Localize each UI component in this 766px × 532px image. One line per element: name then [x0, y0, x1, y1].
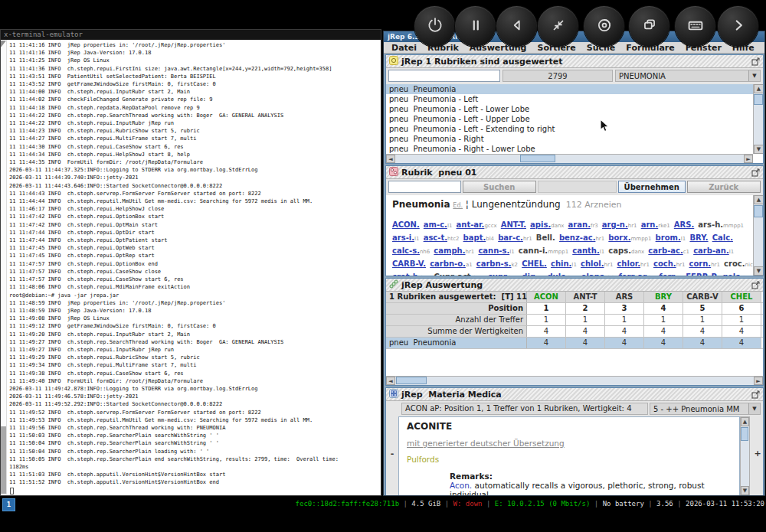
rubrik-list-item[interactable]: pneu Pneumonia - Left - Extending to rig… [386, 124, 753, 134]
uebernehmen-button[interactable]: Übernehmen [618, 181, 686, 193]
mm-vscroll-thumb[interactable] [741, 427, 748, 441]
scroll-down-icon[interactable]: ▼ [741, 486, 749, 495]
rubrik-vscroll-thumb[interactable] [754, 205, 763, 217]
remedy-link[interactable]: borx. [608, 233, 630, 242]
remedy-link[interactable]: ferr-ar. [618, 273, 648, 276]
remedy-link[interactable]: canth. [572, 246, 600, 255]
remedy-link[interactable]: cann-i. [519, 246, 548, 255]
terminal-scrollbar[interactable] [1, 40, 7, 494]
maximize-icon[interactable] [751, 57, 760, 66]
remedy-link[interactable]: ACON. [392, 220, 420, 229]
scroll-left-icon[interactable]: ◄ [386, 155, 395, 163]
workspace-badge[interactable]: 1 [2, 498, 15, 511]
shrink-button[interactable] [538, 6, 578, 47]
remedy-link[interactable]: ars-i. [392, 233, 414, 242]
remedy-link[interactable]: ant-ar. [457, 220, 485, 229]
remedy-link[interactable]: ferr. [659, 273, 676, 276]
rubrik-list-item[interactable]: pneu Pneumonia - Left [386, 94, 753, 104]
remedy-link[interactable]: chlol. [581, 259, 604, 268]
scroll-up-icon[interactable]: ▲ [754, 195, 763, 204]
scroll-up-icon[interactable]: ▲ [741, 417, 749, 426]
remedy-link[interactable]: crot-h. [392, 273, 421, 276]
rubrik-vscroll[interactable]: ▲ ▼ [753, 195, 763, 276]
maximize-icon[interactable] [751, 281, 760, 289]
auswertung-row[interactable]: pneu Pneumonia444444 [386, 338, 763, 349]
mm-source-combo[interactable]: 5 - ++ Pneumonia MM ▼ [650, 403, 761, 415]
terminal-scroll-thumb[interactable] [1, 426, 6, 494]
maximize-icon[interactable] [751, 168, 760, 177]
remedy-link[interactable]: bar-c. [498, 233, 523, 242]
remedy-link[interactable]: ARS. [674, 220, 694, 229]
remedy-link[interactable]: cann-s. [478, 246, 509, 255]
rubrik-list-item[interactable]: pneu Pneumonia - Left - Lower Lobe [386, 104, 753, 114]
remedy-link[interactable]: chin. [551, 259, 571, 268]
mm-translation-link[interactable]: mit generierter deutscher Übersetzung [407, 439, 732, 448]
remedy-link[interactable]: aran. [568, 220, 591, 229]
rubrik-search-input[interactable] [388, 181, 461, 193]
scroll-up-icon[interactable]: ▲ [754, 84, 763, 93]
remedy-link[interactable]: caps. [608, 246, 631, 255]
rubriken-hscroll-thumb[interactable] [520, 155, 555, 162]
next-button[interactable] [718, 6, 758, 47]
maximize-icon[interactable] [751, 390, 760, 399]
remedy-link[interactable]: Cupr-act. [434, 273, 473, 276]
mm-acon-link[interactable]: Acon. [450, 481, 472, 490]
remedy-link[interactable]: CARB-V. [392, 259, 426, 268]
remedy-link[interactable]: benz-ac. [559, 233, 596, 242]
remedy-link[interactable]: Bell. [536, 233, 555, 242]
rubrik-list-item[interactable]: pneu Pneumonia [386, 84, 753, 94]
remedy-link[interactable]: dig. [522, 273, 538, 276]
remedy-column-header[interactable]: CARB-V [683, 292, 722, 302]
frame-rubriken-titlebar[interactable]: jRep 1 Rubriken sind ausgewertet [386, 55, 763, 68]
remedy-link[interactable]: BRY. [689, 233, 708, 242]
remedy-link[interactable]: arn. [641, 220, 659, 229]
rubriken-hscroll[interactable]: ◄ ► [386, 154, 753, 163]
remedy-link[interactable]: carbn-s. [476, 259, 512, 268]
remedy-column-header[interactable]: CHEL [722, 292, 761, 302]
remedy-link[interactable]: carb-ac. [648, 246, 683, 255]
remedy-column-header[interactable]: ARS [605, 292, 644, 302]
mm-decrease-button[interactable]: - [388, 449, 397, 459]
rubriken-vscroll[interactable]: ▲ ▼ [753, 84, 763, 154]
terminal-body[interactable]: 11 11:41:16 INFO jRep properties in: '/r… [1, 40, 381, 494]
remedy-link[interactable]: chlor. [617, 259, 640, 268]
scroll-down-icon[interactable]: ▼ [754, 266, 763, 276]
rubrik-list-item[interactable]: pneu Pneumonia - Left - Upper Lobe [386, 114, 753, 124]
remedy-link[interactable]: dulc. [547, 273, 568, 276]
frame-mm-titlebar[interactable]: jRep Materia Medica [386, 388, 763, 401]
remedy-column-header[interactable]: ANT-T [566, 292, 605, 302]
scroll-right-icon[interactable]: ► [754, 377, 763, 385]
power-button[interactable] [414, 6, 455, 47]
remedy-link[interactable]: calc-s. [392, 246, 420, 255]
keyboard-button[interactable] [675, 6, 715, 47]
remedy-link[interactable]: bapt. [463, 233, 486, 242]
remedy-link[interactable]: am-c. [424, 220, 447, 229]
remedy-link[interactable]: apis. [530, 220, 551, 229]
remedy-link[interactable]: asc-t. [424, 233, 447, 242]
mm-increase-button[interactable]: + [753, 449, 762, 459]
remedy-link[interactable]: corn. [689, 259, 712, 268]
suchen-button[interactable]: Suchen [463, 181, 536, 193]
rubrik-list-item[interactable]: pneu Pneumonia - Right [386, 134, 753, 144]
mm-vscroll[interactable]: ▲ ▼ [740, 416, 750, 495]
windows-button[interactable] [629, 6, 669, 47]
chevron-down-icon[interactable]: ▼ [748, 403, 760, 414]
rubriken-search-input[interactable] [388, 70, 500, 82]
zurueck-button[interactable]: Zurück [687, 181, 761, 193]
rubriken-vscroll-thumb[interactable] [754, 94, 763, 105]
auswertung-hscroll[interactable]: ◄ ► [386, 376, 763, 385]
remedy-link[interactable]: brom. [656, 233, 681, 242]
remedy-link[interactable]: Calc. [712, 233, 733, 242]
scroll-right-icon[interactable]: ► [744, 155, 753, 163]
remedy-link[interactable]: carb-an. [693, 246, 729, 255]
frame-auswertung-titlebar[interactable]: jRep Auswertung [386, 279, 763, 292]
scroll-down-icon[interactable]: ▼ [754, 145, 763, 154]
target-button[interactable] [584, 6, 624, 47]
auswertung-hscroll-thumb[interactable] [396, 377, 427, 384]
remedy-link[interactable]: carbn-o. [430, 259, 466, 268]
remedy-column-header[interactable]: ACON [527, 292, 566, 302]
pause-button[interactable] [455, 6, 496, 47]
back-button[interactable] [496, 6, 537, 47]
remedy-link[interactable]: CHEL. [522, 259, 547, 268]
remedy-link[interactable]: gels. [722, 273, 743, 276]
